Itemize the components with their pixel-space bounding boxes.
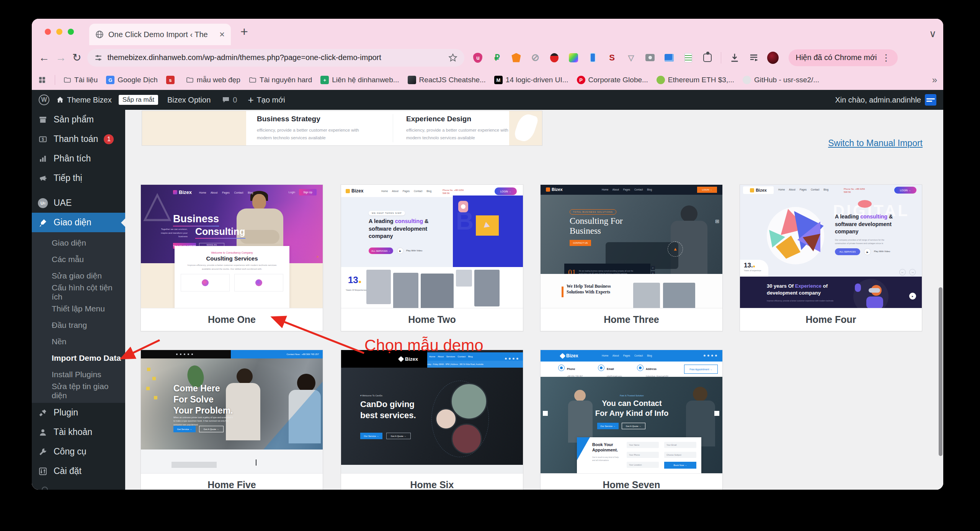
bookmark-github[interactable]: GitHub - usr-sse2/... [743,76,819,84]
bookmark-tai-nguyen-hard[interactable]: Tài nguyên hard [249,76,312,84]
submenu-cau-hinh-cot[interactable]: Cấu hình cột tiện ích [32,284,125,300]
seo-extension-icon[interactable]: S [606,52,617,64]
submenu-sua-tep-tin[interactable]: Sửa tệp tin giao diện [32,383,125,399]
bookmark-lien-he[interactable]: +Liên hệ dinhanweb... [320,76,399,84]
submenu-dau-trang[interactable]: Đầu trang [32,317,125,333]
preview-nav: Home About Pages Contact Blog [778,188,828,191]
tab-search-chevron-icon[interactable]: ∨ [929,28,936,40]
plugin-icon [38,408,48,418]
phone-extension-icon[interactable] [587,52,598,64]
bookmark-ethereum[interactable]: Ethereum ETH $3,... [657,76,734,84]
demo-card-home-three[interactable]: Bizex Home About Pages Contact Blog LOGI… [540,184,723,331]
reload-button[interactable]: ↻ [72,52,81,63]
preview-phone: Phone No. +88 0256 598 56 [443,189,466,195]
demo-title: Home Three [604,314,659,325]
back-button[interactable]: ← [39,52,49,63]
admin-greeting[interactable]: Xin chào, admin.andinhle [835,96,921,104]
close-tab-icon[interactable]: × [219,30,225,39]
url-text[interactable]: themebizex.dinhanweb.com/wp-admin/themes… [107,53,444,62]
bookmark-mau-web-dep[interactable]: mẫu web đẹp [186,76,240,84]
bug-extension-icon[interactable] [549,52,560,64]
bookmark-google-dich[interactable]: GGoogle Dịch [106,76,158,84]
apps-grid-icon[interactable] [38,76,46,84]
submenu-import-demo-data[interactable]: Import Demo Data [32,350,125,366]
demo-card-home-two[interactable]: B Bizex Home About Pages Contact Blog Ph… [341,184,523,331]
demo-card-home-seven[interactable]: Bizex Home About Pages Contact Blog Phon… [540,350,723,490]
profile-avatar[interactable] [767,52,779,64]
demo-card-label: Home Three [541,308,722,331]
sidebar-item-phan-tich[interactable]: Phân tích [32,149,125,168]
preview-login-button: LOGIN → [894,187,916,194]
demo-card-home-five[interactable]: Contact Now : +88 569 765 257 Come HereF… [140,350,323,490]
reading-list-icon[interactable] [748,52,760,64]
address-bar[interactable]: themebizex.dinhanweb.com/wp-admin/themes… [87,49,464,67]
experience-badge: 13 [348,275,361,285]
demo-card-home-one[interactable]: △ Bizex Home About Pages Contact Blog Lo… [140,184,323,331]
camera-extension-icon[interactable] [644,52,656,64]
wp-sidebar: Sản phẩm $ Thanh toán 1 Phân tích Tiếp t… [32,110,125,490]
maximize-window-button[interactable] [68,29,74,35]
sidebar-item-san-pham[interactable]: Sản phẩm [32,110,125,129]
sidebar-item-uae[interactable]: U≡ UAE [32,193,125,213]
demo-card-home-six[interactable]: Home About Services Contact Blog Email :… [341,350,523,490]
bookmark-pinterest[interactable]: PCorporate Globe... [577,76,648,84]
bizex-option-link[interactable]: Bizex Option [167,96,211,104]
admin-avatar[interactable] [925,94,936,106]
wp-page-body: Sản phẩm $ Thanh toán 1 Phân tích Tiếp t… [32,110,943,490]
minimize-window-button[interactable] [56,29,62,35]
bookmarks-overflow-icon[interactable]: » [932,75,937,85]
switch-to-manual-import-link[interactable]: Switch to Manual Import [828,138,923,148]
bookmark-medium[interactable]: M14 logic-driven UI... [494,76,568,84]
bookmark-label: Ethereum ETH $3,... [668,76,734,84]
sidebar-item-thanh-toan[interactable]: $ Thanh toán 1 [32,129,125,149]
sidebar-item-cong-cu[interactable]: Công cụ [32,442,125,461]
bookmark-label: GitHub - usr-sse2/... [754,76,819,84]
sidebar-item-tiep-thi[interactable]: Tiếp thị [32,168,125,188]
bookmark-label: 14 logic-driven UI... [506,76,568,84]
bookmark-star-icon[interactable] [448,53,457,62]
demo-card-label: Home One [141,308,323,331]
metamask-extension-icon[interactable] [510,52,522,64]
sidebar-item-plugin[interactable]: Plugin [32,403,125,422]
plus-icon: + [248,95,253,105]
color-picker-extension-icon[interactable] [568,52,579,64]
submenu-thiet-lap-menu[interactable]: Thiết lập Menu [32,300,125,317]
admin-bar-site-link[interactable]: Theme Bizex [56,96,112,104]
demo-card-home-four[interactable]: DIGITAL Bizex Home About Pages Contact B… [740,184,922,331]
submenu-sua-giao-dien[interactable]: Sửa giao diện [32,267,125,284]
forward-button[interactable]: → [56,52,66,63]
bookmark-red-site[interactable]: s [166,76,178,84]
new-tab-button[interactable]: + [240,24,248,39]
sidebar-item-giao-dien[interactable]: Giao diện [32,213,125,232]
new-content-link[interactable]: + Tạo mới [248,95,285,105]
scrollbar-thumb[interactable] [939,287,942,456]
bookmark-tai-lieu[interactable]: Tài liệu [64,76,98,84]
submenu-install-plugins[interactable]: Install Plugins [32,366,125,383]
downloads-icon[interactable] [729,52,740,64]
browser-tab[interactable]: One Click Demo Import ‹ The × [89,24,231,45]
notes-extension-icon[interactable] [683,52,694,64]
bookmark-reactjs[interactable]: ReactJS Cheatshe... [408,76,486,84]
submenu-cac-mau[interactable]: Các mẫu [32,251,125,267]
ruble-extension-icon[interactable]: ₽ [491,52,503,64]
sidebar-item-cai-dat[interactable]: Cài đặt [32,461,125,481]
close-window-button[interactable] [45,29,51,35]
site-info-icon[interactable] [94,54,103,62]
responsive-viewer-extension-icon[interactable] [663,52,675,64]
comments-link[interactable]: 0 [222,96,237,104]
chrome-update-button[interactable]: Hiện đã có Chrome mới ⋮ [789,49,897,66]
collapse-menu-icon[interactable] [42,487,48,490]
bookmarks-separator [55,75,55,85]
submenu-nen[interactable]: Nền [32,333,125,350]
wordpress-logo-icon[interactable]: W [39,94,49,105]
sidebar-item-tai-khoan[interactable]: Tài khoản [32,422,125,442]
submenu-giao-dien[interactable]: Giao diện [32,235,125,251]
blocker-extension-icon[interactable]: ⊘ [529,52,541,64]
submenu-label: Cấu hình cột tiện ích [52,283,125,301]
github-icon [743,76,751,84]
folder-icon [64,76,71,84]
ublock-extension-icon[interactable]: u [472,52,483,64]
v-extension-icon[interactable]: ▽ [625,52,637,64]
extensions-puzzle-icon[interactable] [702,52,713,64]
browser-menu-icon[interactable]: ⋮ [882,52,891,63]
